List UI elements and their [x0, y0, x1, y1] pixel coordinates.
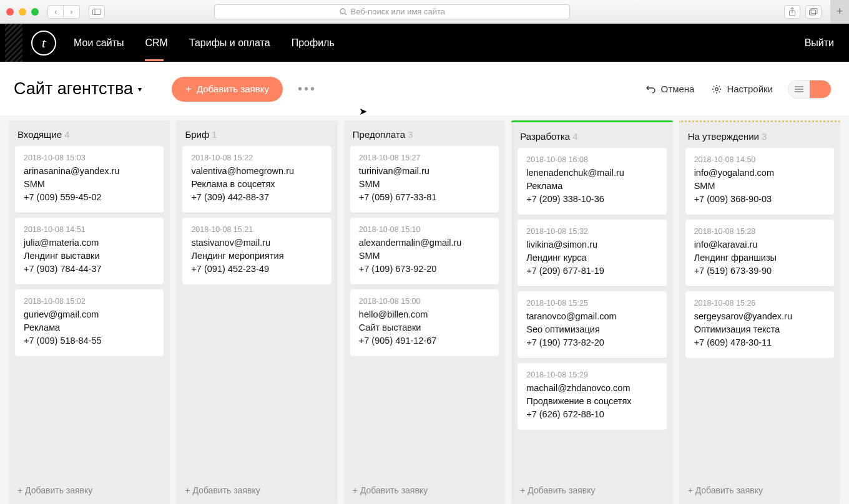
- lead-card[interactable]: 2018-10-08 15:25taranovco@gmail.comSeo о…: [518, 291, 666, 358]
- cancel-button[interactable]: Отмена: [646, 84, 695, 94]
- more-actions-button[interactable]: •••: [298, 82, 317, 96]
- gear-icon: [712, 84, 722, 94]
- svg-rect-5: [809, 10, 815, 15]
- view-board-button[interactable]: [810, 80, 831, 99]
- lead-card[interactable]: 2018-10-08 14:51julia@materia.comЛендинг…: [15, 218, 164, 284]
- svg-rect-0: [93, 9, 101, 14]
- share-button[interactable]: [784, 5, 800, 19]
- card-topic: Лендинг курса: [526, 251, 657, 264]
- card-list: 2018-10-08 15:27turinivan@mail.ruSMM+7 (…: [350, 146, 499, 356]
- card-phone: +7 (190) 773-82-20: [526, 336, 657, 349]
- card-topic: Продвижение в соцсетях: [526, 395, 657, 408]
- add-card-button[interactable]: + Добавить заявку: [685, 479, 834, 499]
- card-topic: SMM: [24, 178, 155, 191]
- sidebar-toggle-button[interactable]: [89, 5, 105, 19]
- maximize-window-button[interactable]: [31, 8, 39, 16]
- add-card-button[interactable]: + Добавить заявку: [182, 479, 331, 499]
- lead-card[interactable]: 2018-10-08 15:29machail@zhdanovco.comПро…: [518, 363, 666, 430]
- column-header[interactable]: Входящие4: [15, 120, 164, 146]
- column-count: 3: [408, 129, 413, 140]
- lead-card[interactable]: 2018-10-08 15:27turinivan@mail.ruSMM+7 (…: [350, 146, 499, 213]
- card-email: hello@billen.com: [359, 308, 490, 321]
- lead-card[interactable]: 2018-10-08 15:21stasivanov@mail.ruЛендин…: [182, 218, 331, 284]
- lead-card[interactable]: 2018-10-08 15:22valentiva@homegrown.ruРе…: [182, 146, 331, 213]
- lead-card[interactable]: 2018-10-08 15:00hello@billen.comСайт выс…: [350, 289, 499, 356]
- svg-point-2: [340, 9, 345, 14]
- logo[interactable]: t: [31, 31, 56, 56]
- column-header[interactable]: Предоплата3: [350, 120, 499, 146]
- forward-button[interactable]: ›: [64, 5, 80, 19]
- minimize-window-button[interactable]: [19, 8, 26, 16]
- card-topic: SMM: [359, 250, 490, 263]
- tabs-button[interactable]: [805, 5, 822, 19]
- card-email: info@karavai.ru: [694, 238, 825, 251]
- card-email: guriev@gmail.com: [24, 308, 155, 321]
- column-header[interactable]: На утверждении3: [685, 122, 834, 148]
- card-phone: +7 (009) 368-90-03: [694, 193, 825, 206]
- card-email: taranovco@gmail.com: [526, 310, 657, 323]
- card-topic: Seo оптимизация: [526, 323, 657, 336]
- lead-card[interactable]: 2018-10-08 15:10alexandermalin@gmail.ruS…: [350, 218, 499, 284]
- card-phone: +7 (519) 673-39-90: [694, 264, 825, 278]
- lead-card[interactable]: 2018-10-08 15:32livikina@simon.ruЛендинг…: [518, 220, 666, 286]
- lead-card[interactable]: 2018-10-08 15:28info@karavai.ruЛендинг ф…: [685, 220, 834, 286]
- nav-decoration: [5, 24, 22, 62]
- card-email: sergeysarov@yandex.ru: [694, 310, 825, 323]
- tabs-icon: [809, 8, 818, 16]
- card-email: stasivanov@mail.ru: [191, 236, 322, 250]
- close-window-button[interactable]: [6, 8, 14, 16]
- card-date: 2018-10-08 16:08: [526, 155, 657, 164]
- lead-card[interactable]: 2018-10-08 15:02guriev@gmail.comРеклама+…: [15, 289, 164, 356]
- new-tab-button[interactable]: +: [830, 0, 849, 24]
- card-phone: +7 (626) 672-88-10: [526, 408, 657, 421]
- lead-card[interactable]: 2018-10-08 15:26sergeysarov@yandex.ruОпт…: [685, 291, 834, 358]
- nav-my-sites[interactable]: Мои сайты: [74, 37, 124, 49]
- project-selector[interactable]: Сайт агентства ▾: [14, 79, 142, 99]
- add-lead-label: Добавить заявку: [197, 84, 269, 94]
- board-column: Предоплата32018-10-08 15:27turinivan@mai…: [344, 120, 505, 504]
- view-list-button[interactable]: [788, 80, 810, 98]
- card-list: 2018-10-08 15:22valentiva@homegrown.ruРе…: [182, 146, 331, 284]
- logo-letter: t: [42, 35, 46, 51]
- settings-button[interactable]: Настройки: [712, 84, 773, 94]
- nav-crm[interactable]: CRM: [145, 37, 167, 49]
- card-phone: +7 (009) 559-45-02: [24, 191, 155, 204]
- window-controls: [6, 8, 39, 16]
- add-card-button[interactable]: + Добавить заявку: [518, 479, 666, 499]
- card-topic: Реклама в соцсетях: [191, 178, 322, 191]
- add-card-button[interactable]: + Добавить заявку: [350, 479, 499, 499]
- nav-logout[interactable]: Выйти: [805, 37, 834, 49]
- card-topic: Реклама: [526, 180, 657, 193]
- card-email: arinasanina@yandex.ru: [24, 165, 155, 178]
- nav-profile[interactable]: Профиль: [292, 37, 335, 49]
- column-header[interactable]: Бриф1: [182, 120, 331, 146]
- card-phone: +7 (609) 478-30-11: [694, 336, 825, 349]
- nav-pricing[interactable]: Тарифы и оплата: [189, 37, 270, 49]
- card-topic: Лендинг выставки: [24, 250, 155, 263]
- card-topic: SMM: [694, 180, 825, 193]
- column-title: Предоплата: [353, 129, 405, 140]
- card-email: livikina@simon.ru: [526, 238, 657, 251]
- add-lead-button[interactable]: + Добавить заявку: [172, 77, 283, 102]
- board-column: На утверждении32018-10-08 14:50info@yoga…: [679, 120, 840, 504]
- column-title: Входящие: [17, 129, 62, 140]
- card-phone: +7 (109) 673-92-20: [359, 263, 490, 276]
- lead-card[interactable]: 2018-10-08 15:03arinasanina@yandex.ruSMM…: [15, 146, 164, 213]
- lead-card[interactable]: 2018-10-08 16:08lenenadenchuk@mail.ruРек…: [518, 148, 666, 215]
- add-card-button[interactable]: + Добавить заявку: [15, 479, 164, 499]
- card-date: 2018-10-08 14:50: [694, 155, 825, 164]
- address-bar[interactable]: Веб-поиск или имя сайта: [214, 4, 570, 19]
- card-email: machail@zhdanovco.com: [526, 382, 657, 395]
- card-email: lenenadenchuk@mail.ru: [526, 167, 657, 180]
- page-title-text: Сайт агентства: [14, 79, 133, 99]
- card-list: 2018-10-08 16:08lenenadenchuk@mail.ruРек…: [518, 148, 666, 430]
- lead-card[interactable]: 2018-10-08 14:50info@yogaland.comSMM+7 (…: [685, 148, 834, 215]
- svg-rect-6: [811, 8, 817, 13]
- column-header[interactable]: Разработка4: [518, 122, 666, 148]
- svg-point-7: [715, 87, 719, 90]
- svg-line-3: [345, 13, 346, 15]
- back-button[interactable]: ‹: [47, 5, 64, 19]
- card-date: 2018-10-08 15:26: [694, 299, 825, 308]
- card-date: 2018-10-08 15:03: [24, 153, 155, 162]
- card-topic: Реклама: [24, 321, 155, 334]
